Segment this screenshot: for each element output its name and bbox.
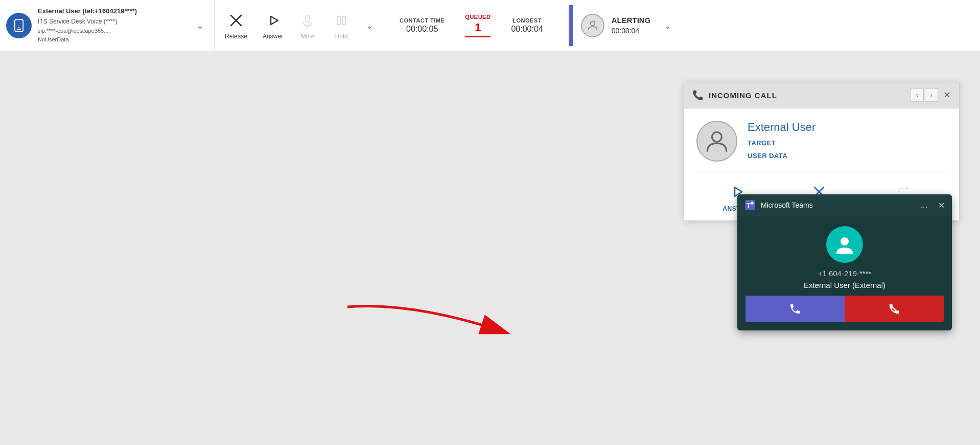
queued-stat: QUEUED 1 xyxy=(465,14,491,37)
panel-nav-arrows: ‹ › xyxy=(911,88,938,102)
longest-stat: LONGEST 00:00:04 xyxy=(511,17,543,34)
svg-point-10 xyxy=(590,21,595,26)
caller-queue: ITS Service Desk Voice (****) xyxy=(38,17,186,27)
caller-sip: sip:****-epa@icescape365.... xyxy=(38,27,186,36)
teams-notif-buttons xyxy=(745,296,944,322)
mute-button[interactable]: Mute xyxy=(298,11,317,40)
svg-point-2 xyxy=(18,27,19,28)
teams-caller-number: +1 604-219-**** xyxy=(818,269,872,278)
svg-text:T: T xyxy=(746,202,751,209)
alert-info: ALERTING 00:00:04 xyxy=(573,14,659,37)
svg-rect-8 xyxy=(337,16,340,25)
svg-rect-9 xyxy=(342,16,345,25)
caller-details: External User (tel:+1604219****) ITS Ser… xyxy=(38,6,186,44)
answer-icon xyxy=(264,11,282,30)
top-bar: External User (tel:+1604219****) ITS Ser… xyxy=(0,0,980,51)
incoming-call-title: INCOMING CALL xyxy=(709,91,905,100)
panel-target-link[interactable]: TARGET xyxy=(748,139,815,147)
answer-label: Answer xyxy=(263,33,283,40)
mute-label: Mute xyxy=(301,33,315,40)
alert-status-section: ALERTING 00:00:04 ⌄ xyxy=(558,0,682,51)
alert-time: 00:00:04 xyxy=(612,27,651,35)
panel-header: 📞 INCOMING CALL ‹ › ✕ xyxy=(684,82,959,108)
queued-label: QUEUED xyxy=(465,14,491,20)
alert-dropdown-arrow[interactable]: ⌄ xyxy=(664,20,671,31)
svg-marker-5 xyxy=(271,16,278,25)
teams-logo-icon: T xyxy=(744,199,756,211)
svg-rect-6 xyxy=(306,15,310,23)
panel-user-data-link[interactable]: USER DATA xyxy=(748,152,815,160)
teams-accept-button[interactable] xyxy=(745,296,845,322)
alert-title: ALERTING xyxy=(612,16,651,25)
phone-icon: 📞 xyxy=(692,90,704,101)
red-arrow-annotation xyxy=(332,292,536,355)
teams-notif-body: +1 604-219-**** External User (External) xyxy=(737,216,952,330)
teams-options-button[interactable]: … xyxy=(920,201,929,210)
teams-notification: T Microsoft Teams … ✕ +1 604-219-**** Ex… xyxy=(737,194,952,330)
svg-marker-15 xyxy=(906,186,909,190)
panel-caller-row: External User TARGET USER DATA xyxy=(696,121,947,162)
alert-text: ALERTING 00:00:04 xyxy=(612,16,651,35)
queued-underline xyxy=(465,36,491,37)
panel-caller-name: External User xyxy=(748,121,815,134)
panel-caller-avatar xyxy=(696,121,737,162)
release-label: Release xyxy=(225,33,247,40)
alert-bar xyxy=(569,5,573,46)
longest-label: LONGEST xyxy=(512,17,542,24)
caller-name: External User (tel:+1604219****) xyxy=(38,6,186,17)
release-icon xyxy=(227,11,245,30)
hold-button[interactable]: Hold xyxy=(332,11,351,40)
teams-decline-button[interactable] xyxy=(845,296,944,322)
mute-icon xyxy=(298,11,317,30)
caller-info-section: External User (tel:+1604219****) ITS Ser… xyxy=(0,0,215,51)
release-button[interactable]: Release xyxy=(225,11,247,40)
answer-button[interactable]: Answer xyxy=(263,11,283,40)
teams-caller-name: External User (External) xyxy=(804,281,885,290)
caller-nouserdata: NoUserData xyxy=(38,35,186,44)
controls-more-arrow[interactable]: ⌄ xyxy=(366,20,374,31)
caller-dropdown-arrow[interactable]: ⌄ xyxy=(192,18,208,33)
teams-app-name: Microsoft Teams xyxy=(761,201,915,209)
queue-stats: CONTACT TIME 00:00:05 QUEUED 1 LONGEST 0… xyxy=(384,0,558,51)
svg-rect-0 xyxy=(15,19,23,31)
longest-value: 00:00:04 xyxy=(511,25,543,34)
queued-value: 1 xyxy=(475,21,481,34)
contact-time-stat: CONTACT TIME 00:00:05 xyxy=(400,17,445,34)
panel-close-button[interactable]: ✕ xyxy=(943,90,951,101)
teams-close-button[interactable]: ✕ xyxy=(938,201,945,210)
teams-caller-avatar xyxy=(826,226,863,263)
svg-point-19 xyxy=(841,237,849,246)
contact-time-label: CONTACT TIME xyxy=(400,17,445,24)
hold-icon xyxy=(332,11,351,30)
main-area: 📞 INCOMING CALL ‹ › ✕ External User TARG… xyxy=(0,51,980,445)
alert-avatar xyxy=(581,14,604,37)
teams-notif-header: T Microsoft Teams … ✕ xyxy=(737,194,952,216)
call-controls: Release Answer Mute xyxy=(215,0,384,51)
panel-nav-left[interactable]: ‹ xyxy=(911,88,924,102)
svg-point-18 xyxy=(751,202,754,205)
caller-avatar xyxy=(6,13,32,38)
panel-nav-right[interactable]: › xyxy=(925,88,938,102)
hold-label: Hold xyxy=(335,33,348,40)
panel-caller-info: External User TARGET USER DATA xyxy=(748,121,815,160)
contact-time-value: 00:00:05 xyxy=(406,25,438,34)
svg-point-11 xyxy=(712,132,722,142)
